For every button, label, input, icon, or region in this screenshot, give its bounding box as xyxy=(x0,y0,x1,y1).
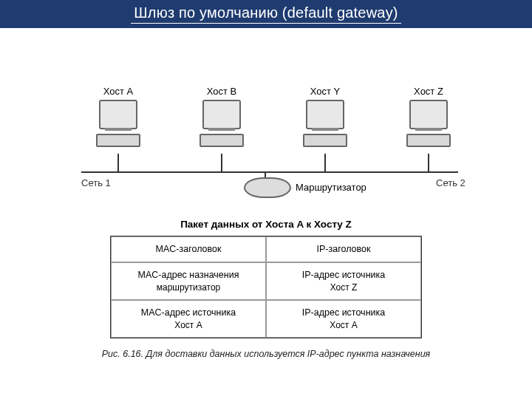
cable-drop xyxy=(117,154,119,171)
mac-src-line1: MAC-адрес источника xyxy=(119,307,258,319)
host-b: Хост B xyxy=(177,86,266,147)
computer-icon xyxy=(303,100,347,147)
host-a-label: Хост A xyxy=(74,86,163,97)
mac-header-cell: MAC-заголовок xyxy=(111,236,266,262)
ip-src-line1: IP-адрес источника xyxy=(274,307,413,319)
ip-dest-line2: Хост Z xyxy=(274,282,413,293)
mac-dest-line1: MAC-адрес назначения xyxy=(119,269,258,282)
bus-net2 xyxy=(266,171,458,173)
figure-number: Рис. 6.16. xyxy=(102,349,143,359)
computer-icon xyxy=(200,100,244,147)
host-y-label: Хост Y xyxy=(281,86,369,97)
bus-net1 xyxy=(81,171,266,173)
packet-table: MAC-заголовок IP-заголовок MAC-адрес наз… xyxy=(110,236,422,338)
title-bar: Шлюз по умолчанию (default gateway) xyxy=(0,0,532,28)
cable-drop xyxy=(428,154,429,171)
net1-label: Сеть 1 xyxy=(81,177,111,188)
mac-dest-cell: MAC-адрес назначения маршрутизатор xyxy=(111,262,266,300)
figure-caption: Рис. 6.16. Для доставки данных используе… xyxy=(0,349,532,359)
cable-drop xyxy=(324,154,326,171)
packet-title: Пакет данных от Хоста A к Хосту Z xyxy=(0,219,532,230)
mac-dest-line2: маршрутизатор xyxy=(119,282,258,293)
router-icon xyxy=(244,177,291,198)
ip-src-cell: IP-адрес источника Хост A xyxy=(266,300,421,338)
computer-icon xyxy=(406,100,451,147)
network-diagram: Хост A Хост B Хост Y Хост Z Сеть 1 Сеть … xyxy=(0,50,532,191)
host-z-label: Хост Z xyxy=(384,86,473,97)
mac-src-cell: MAC-адрес источника Хост A xyxy=(111,300,266,338)
ip-header-cell: IP-заголовок xyxy=(266,236,421,262)
ip-dest-cell: IP-адрес источника Хост Z xyxy=(266,262,421,300)
host-a: Хост A xyxy=(74,86,163,147)
router-label: Маршрутизатор xyxy=(296,182,366,193)
net2-label: Сеть 2 xyxy=(436,177,466,188)
ip-src-line2: Хост A xyxy=(274,319,413,331)
host-y: Хост Y xyxy=(281,86,369,147)
page-title: Шлюз по умолчанию (default gateway) xyxy=(131,4,400,24)
host-b-label: Хост B xyxy=(177,86,266,97)
computer-icon xyxy=(96,100,140,147)
ip-dest-line1: IP-адрес источника xyxy=(274,269,413,282)
host-z: Хост Z xyxy=(384,86,473,147)
cable-drop xyxy=(221,154,222,171)
figure-caption-text: Для доставки данных используется IP-адре… xyxy=(146,349,431,359)
mac-src-line2: Хост A xyxy=(119,319,258,331)
